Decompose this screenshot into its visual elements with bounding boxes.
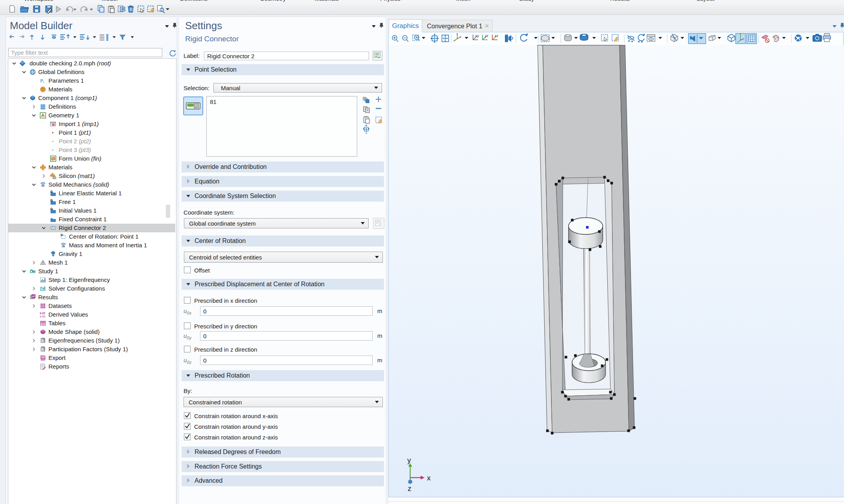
svg-text:D: D (50, 190, 53, 193)
svg-text:z: z (408, 484, 412, 493)
svg-text:xz: xz (495, 34, 499, 38)
svg-text:i: i (43, 80, 44, 84)
svg-text:xy: xy (475, 34, 479, 38)
svg-text:8.85: 8.85 (40, 312, 45, 315)
svg-text:D: D (61, 233, 63, 237)
svg-text:e-12: e-12 (40, 315, 45, 318)
svg-text:*: * (43, 346, 45, 350)
svg-text:yz: yz (485, 34, 489, 38)
svg-text:*: * (43, 337, 45, 341)
svg-text:D: D (50, 199, 53, 202)
svg-text:P: P (40, 78, 43, 83)
svg-text:x: x (427, 474, 431, 482)
svg-text:D: D (50, 208, 53, 211)
svg-text:y: y (407, 456, 411, 464)
